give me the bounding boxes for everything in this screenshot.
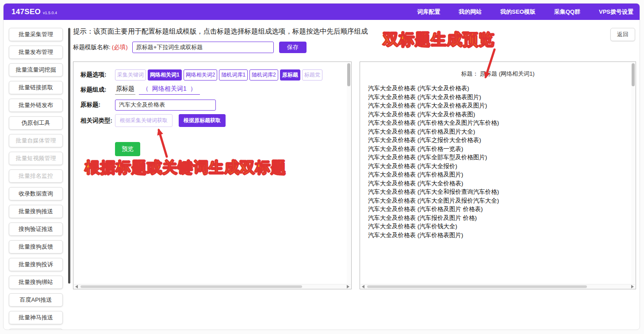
generated-title-line: 汽车大全及价格表 (汽车价格表图片) bbox=[368, 231, 628, 240]
sidebar-item[interactable] bbox=[9, 329, 63, 330]
config-panel-hscroll-thumb[interactable] bbox=[80, 285, 302, 288]
generated-title-line: 汽车大全及价格表 (汽车之报价大全价格表) bbox=[368, 136, 628, 145]
scroll-left-arrow-icon[interactable] bbox=[362, 285, 364, 288]
related-word-type-button[interactable]: 根据采集关键词获取 bbox=[115, 114, 172, 127]
title-option-chip[interactable]: 标题党 bbox=[302, 69, 322, 81]
top-nav-item[interactable]: 词库配置 bbox=[417, 8, 440, 16]
sidebar-item[interactable]: 批量神马推送 bbox=[9, 311, 63, 324]
related-word-type-label: 相关词类型: bbox=[80, 117, 115, 125]
generated-title-line: 汽车大全及价格表 (汽车价格大全及图片汽车价格) bbox=[368, 119, 628, 127]
scroll-right-arrow-icon[interactable] bbox=[347, 285, 349, 288]
sidebar-item[interactable]: 百度API推送 bbox=[9, 293, 63, 307]
config-panel-vertical-scrollbar[interactable] bbox=[347, 62, 351, 284]
hint-row: 提示：该页面主要用于配置标题组成模版，点击标题选择标题组成选项，标题按选中先后顺… bbox=[73, 27, 636, 38]
config-panel-horizontal-scrollbar[interactable] bbox=[74, 284, 351, 288]
title-config-panel: 标题选项: 采集关键词网络相关词1网络相关词2随机词库1随机词库2原标题标题党 … bbox=[73, 61, 352, 289]
page-vertical-scrollbar[interactable] bbox=[68, 28, 70, 284]
sidebar-item[interactable]: 批量外链发布 bbox=[9, 99, 63, 112]
original-title-row: 原标题: bbox=[80, 99, 343, 111]
generated-title-line: 汽车大全及价格表 (汽车全部车型及价格图片) bbox=[368, 153, 628, 162]
generated-title-line: 汽车大全及价格表 (汽车价格及图片) bbox=[368, 170, 628, 179]
sidebar-item[interactable]: 批量短视频管理 bbox=[9, 152, 63, 165]
save-button[interactable]: 保存 bbox=[279, 42, 307, 53]
sidebar-item[interactable]: 批量搜狗投诉 bbox=[9, 258, 63, 271]
top-nav-item[interactable]: 采集QQ群 bbox=[554, 8, 580, 16]
sidebar-item[interactable]: 批量搜狗反馈 bbox=[9, 240, 63, 253]
composition-paren-open: （ bbox=[142, 85, 149, 92]
original-title-label: 原标题: bbox=[80, 101, 115, 109]
related-word-type-buttons: 根据采集关键词获取根据原标题获取 bbox=[115, 114, 226, 127]
top-nav-item[interactable]: 我的SEO模版 bbox=[500, 8, 535, 16]
top-nav-item[interactable]: VPS拨号设置 bbox=[599, 8, 633, 16]
title-composition-label: 标题组成: bbox=[80, 86, 115, 94]
top-header-bar: 147SEO v1.5.0.4 词库配置我的网站我的SEO模版采集QQ群VPS拨… bbox=[4, 4, 640, 20]
generated-title-line: 汽车大全及价格表 (汽车大全报价) bbox=[368, 162, 628, 171]
sidebar-item[interactable]: 批量发布管理 bbox=[9, 46, 63, 59]
preview-panel-vscroll-thumb[interactable] bbox=[632, 63, 635, 86]
composition-part-related-word[interactable]: （网络相关词1） bbox=[139, 85, 200, 95]
sidebar-item[interactable]: 批量排名监控 bbox=[9, 169, 63, 183]
composition-part-original-title[interactable]: 原标题 bbox=[115, 85, 135, 95]
related-word-type-button[interactable]: 根据原标题获取 bbox=[179, 114, 226, 127]
scroll-left-arrow-icon[interactable] bbox=[75, 285, 78, 288]
composition-paren-close: ） bbox=[190, 85, 196, 92]
title-composition-row: 标题组成: 原标题 （网络相关词1） bbox=[80, 84, 343, 96]
title-option-chip[interactable]: 随机词库1 bbox=[219, 69, 248, 81]
sidebar: 批量采集管理批量发布管理批量流量词挖掘批量链接抓取批量外链发布伪原创工具批量自媒… bbox=[4, 20, 68, 330]
title-option-chip[interactable]: 随机词库2 bbox=[249, 69, 278, 81]
sidebar-item[interactable]: 批量搜狗绑站 bbox=[9, 276, 63, 289]
page-hint-text: 提示：该页面主要用于配置标题组成模版，点击标题选择标题组成选项，标题按选中先后顺… bbox=[73, 27, 368, 35]
title-option-chip[interactable]: 原标题 bbox=[280, 69, 300, 81]
back-button[interactable]: 返回 bbox=[610, 28, 635, 41]
related-word-type-row: 相关词类型: 根据采集关键词获取根据原标题获取 bbox=[80, 114, 343, 127]
top-nav: 词库配置我的网站我的SEO模版采集QQ群VPS拨号设置 bbox=[417, 8, 633, 16]
generated-title-line: 汽车大全及价格表 (汽车大全及价格表图片) bbox=[368, 93, 628, 102]
panels-row: 标题选项: 采集关键词网络相关词1网络相关词2随机词库1随机词库2原标题标题党 … bbox=[73, 61, 636, 289]
title-options-label: 标题选项: bbox=[80, 71, 115, 79]
title-option-chip[interactable]: 采集关键词 bbox=[115, 69, 146, 81]
scroll-right-arrow-icon[interactable] bbox=[631, 285, 634, 288]
generated-title-line: 汽车大全及价格表 (汽车大全图片及报价汽车大全) bbox=[368, 196, 628, 205]
sidebar-item[interactable]: 批量链接抓取 bbox=[9, 81, 63, 94]
sidebar-item[interactable]: 搜狗验证推送 bbox=[9, 223, 63, 236]
generated-title-line: 汽车大全及价格表 (汽车价钱大全) bbox=[368, 222, 628, 231]
sidebar-item[interactable]: 伪原创工具 bbox=[9, 116, 63, 130]
sidebar-item[interactable]: 批量自媒体管理 bbox=[9, 134, 63, 147]
title-option-chip[interactable]: 网络相关词1 bbox=[148, 69, 182, 81]
template-name-row: 标题模版名称: (必填) 保存 bbox=[73, 41, 636, 54]
preview-panel-header: 标题： 原标题 (网络相关词1) bbox=[368, 70, 628, 78]
sidebar-item[interactable]: 收录数据查询 bbox=[9, 187, 63, 200]
generated-title-line: 汽车大全及价格表 (汽车大全及价格表) bbox=[368, 84, 628, 93]
sidebar-item[interactable]: 批量搜狗推送 bbox=[9, 205, 63, 218]
preview-panel-hscroll-thumb[interactable] bbox=[367, 285, 587, 288]
title-options-row: 标题选项: 采集关键词网络相关词1网络相关词2随机词库1随机词库2原标题标题党 bbox=[80, 69, 343, 81]
generated-title-line: 汽车大全及价格表 (汽车大全及价格表图) bbox=[368, 110, 628, 119]
generated-title-line: 汽车大全及价格表 (汽车价格一览表) bbox=[368, 145, 628, 154]
preview-panel: 标题： 原标题 (网络相关词1) 汽车大全及价格表 (汽车大全及价格表)汽车大全… bbox=[360, 61, 636, 289]
generated-title-line: 汽车大全及价格表 (汽车价格及图片大全) bbox=[368, 127, 628, 136]
generated-title-line: 汽车大全及价格表 (汽车报价及图片 价格) bbox=[368, 214, 628, 223]
title-option-chip[interactable]: 网络相关词2 bbox=[184, 69, 218, 81]
composition-part2-text: 网络相关词1 bbox=[152, 85, 187, 92]
original-title-input[interactable] bbox=[115, 100, 216, 111]
preview-button[interactable]: 预览 bbox=[115, 142, 140, 156]
generated-title-line: 汽车大全及价格表 (汽车大全及价格表及图片) bbox=[368, 101, 628, 110]
brand-version: v1.5.0.4 bbox=[43, 11, 57, 15]
app-window: 147SEO v1.5.0.4 词库配置我的网站我的SEO模版采集QQ群VPS拨… bbox=[3, 3, 640, 330]
brand-name: 147SEO bbox=[12, 8, 41, 16]
preview-panel-vertical-scrollbar[interactable] bbox=[631, 62, 635, 284]
template-name-label: 标题模版名称: bbox=[73, 43, 111, 51]
generated-title-line: 汽车大全及价格表 (汽车价格及图片 价格表) bbox=[368, 205, 628, 214]
sidebar-item[interactable]: 批量采集管理 bbox=[9, 28, 63, 41]
required-mark: (必填) bbox=[112, 43, 128, 51]
brand-logo: 147SEO v1.5.0.4 bbox=[12, 8, 57, 16]
template-name-input[interactable] bbox=[132, 42, 274, 53]
generated-title-list: 汽车大全及价格表 (汽车大全及价格表)汽车大全及价格表 (汽车大全及价格表图片)… bbox=[368, 84, 628, 239]
config-panel-vscroll-thumb[interactable] bbox=[347, 63, 350, 86]
generated-title-line: 汽车大全及价格表 (汽车大全和报价查询汽车价格) bbox=[368, 188, 628, 196]
top-nav-item[interactable]: 我的网站 bbox=[459, 8, 482, 16]
sidebar-item[interactable]: 批量流量词挖掘 bbox=[9, 63, 63, 77]
main-content: 提示：该页面主要用于配置标题组成模版，点击标题选择标题组成选项，标题按选中先后顺… bbox=[68, 20, 640, 330]
preview-panel-horizontal-scrollbar[interactable] bbox=[360, 284, 635, 288]
content-area: 批量采集管理批量发布管理批量流量词挖掘批量链接抓取批量外链发布伪原创工具批量自媒… bbox=[4, 20, 640, 330]
